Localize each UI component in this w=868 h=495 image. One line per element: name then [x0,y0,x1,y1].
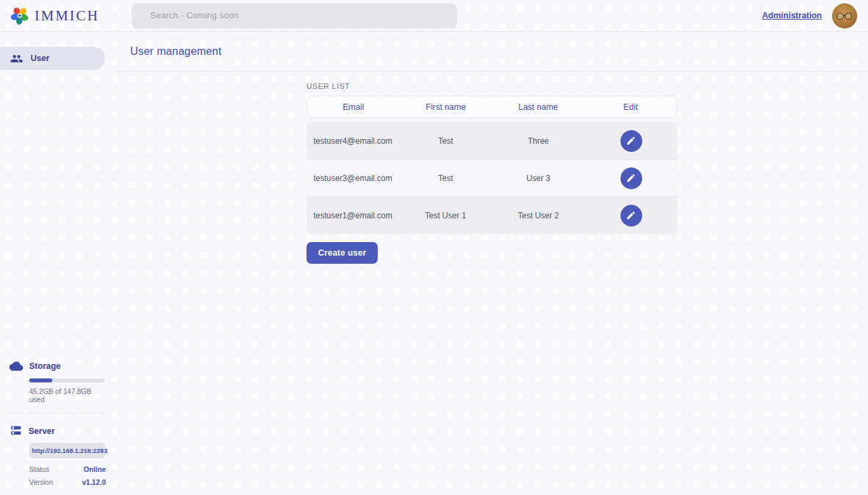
server-icon [9,424,22,437]
server-version-row: Version v1.12.0 [29,478,106,486]
user-email: testuser1@email.com [307,211,399,220]
user-first-name: Test [399,136,492,146]
user-list-label: USER LIST [307,82,677,90]
server-status-row: Status Online [29,465,106,473]
immich-flower-icon [11,7,28,24]
user-first-name: Test User 1 [399,211,492,220]
pencil-icon [626,136,636,146]
storage-title: Storage [29,361,61,371]
sidebar-item-label: User [31,54,50,63]
create-user-button[interactable]: Create user [307,242,378,264]
column-header-first-name: First name [399,102,492,112]
search-input[interactable] [151,11,438,20]
administration-link[interactable]: Administration [762,11,822,20]
sidebar-bottom: Storage 45.2GB of 147.8GB used [0,359,105,494]
server-widget: Server http://192.168.1.216:2283 Status … [0,424,105,486]
main-content: User management USER LIST Email First na… [105,32,868,494]
table-row: testuser4@email.com Test Three [307,122,677,159]
edit-user-button[interactable] [620,167,642,189]
version-value: v1.12.0 [82,478,106,486]
cloud-icon [9,359,23,373]
status-label: Status [29,465,50,473]
column-header-email: Email [307,102,399,112]
user-first-name: Test [399,174,492,183]
storage-widget: Storage 45.2GB of 147.8GB used [0,359,105,403]
column-header-edit: Edit [585,102,677,112]
server-url-badge: http://192.168.1.216:2283 [29,443,106,458]
sidebar-divider [7,413,105,414]
people-icon [10,52,23,65]
storage-progress-bar [29,378,105,382]
glasses-icon [836,12,853,21]
top-bar: IMMICH Administration [0,0,868,32]
pencil-icon [626,173,636,183]
sidebar: User Storage 45.2GB of [0,32,105,494]
search-bar[interactable] [132,3,457,28]
pencil-icon [626,210,636,220]
sidebar-nav: User [0,47,105,70]
server-title: Server [28,427,55,436]
user-last-name: Test User 2 [492,211,585,220]
sidebar-item-user[interactable]: User [0,47,105,70]
user-table: testuser4@email.com Test Three testuser3… [307,122,677,234]
user-email: testuser3@email.com [307,174,399,183]
table-header-row: Email First name Last name Edit [307,96,677,118]
version-label: Version [29,478,53,486]
user-last-name: Three [492,136,585,146]
column-header-last-name: Last name [492,102,585,112]
immich-logo[interactable]: IMMICH [11,7,100,24]
storage-usage-text: 45.2GB of 147.8GB used [29,387,105,403]
storage-progress-fill [29,378,52,382]
user-avatar[interactable] [832,3,857,28]
status-value: Online [83,465,106,473]
edit-user-button[interactable] [620,130,642,152]
edit-user-button[interactable] [620,205,642,226]
user-email: testuser4@email.com [307,136,399,146]
table-row: testuser1@email.com Test User 1 Test Use… [307,197,677,234]
brand-name: IMMICH [35,7,100,24]
user-last-name: User 3 [492,174,585,183]
page-header: User management [116,32,868,72]
table-row: testuser3@email.com Test User 3 [307,159,677,197]
page-title: User management [130,45,222,58]
